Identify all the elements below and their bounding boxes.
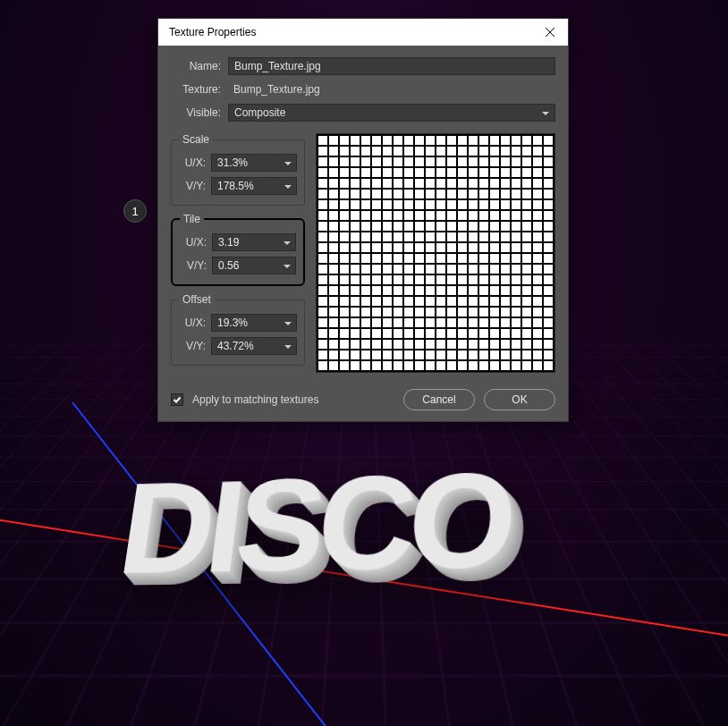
name-label: Name: bbox=[171, 60, 221, 72]
tile-vy-label: V/Y: bbox=[180, 259, 207, 272]
offset-vy-input[interactable]: 43.72% bbox=[211, 337, 297, 355]
visible-label: Visible: bbox=[171, 106, 221, 119]
check-icon bbox=[173, 395, 182, 404]
ok-button[interactable]: OK bbox=[484, 389, 555, 410]
offset-legend: Offset bbox=[179, 293, 215, 306]
visible-select-value: Composite bbox=[234, 106, 285, 119]
close-button[interactable] bbox=[532, 19, 568, 46]
texture-properties-dialog: Texture Properties Name: Texture: Bump_T… bbox=[157, 18, 569, 422]
visible-select[interactable]: Composite bbox=[228, 104, 555, 122]
offset-ux-input[interactable]: 19.3% bbox=[211, 314, 297, 332]
apply-matching-checkbox[interactable] bbox=[171, 393, 183, 406]
callout-badge-1: 1 bbox=[123, 199, 147, 223]
texture-preview bbox=[316, 133, 555, 373]
apply-matching-label: Apply to matching textures bbox=[192, 393, 394, 406]
texture-value: Bump_Texture.jpg bbox=[228, 83, 555, 96]
tile-vy-input[interactable]: 0.56 bbox=[212, 257, 296, 274]
dialog-title: Texture Properties bbox=[169, 26, 532, 38]
name-input[interactable] bbox=[228, 57, 555, 75]
scale-vy-label: V/Y: bbox=[179, 180, 206, 192]
scale-vy-input[interactable]: 178.5% bbox=[211, 177, 297, 195]
scale-ux-label: U/X: bbox=[179, 156, 206, 169]
dialog-titlebar[interactable]: Texture Properties bbox=[158, 19, 568, 46]
offset-group: Offset U/X: 19.3% V/Y: 43.72% bbox=[171, 293, 305, 366]
offset-ux-label: U/X: bbox=[179, 317, 206, 329]
offset-vy-label: V/Y: bbox=[179, 340, 206, 352]
tile-group: Tile U/X: 3.19 V/Y: 0.56 bbox=[171, 213, 305, 286]
tile-legend: Tile bbox=[180, 213, 204, 225]
tile-ux-label: U/X: bbox=[180, 236, 207, 249]
texture-label: Texture: bbox=[171, 83, 221, 96]
text-3d-object[interactable]: DISCO bbox=[110, 443, 513, 604]
scale-group: Scale U/X: 31.3% V/Y: 178.5% bbox=[171, 133, 305, 206]
close-icon bbox=[545, 27, 555, 38]
tile-ux-input[interactable]: 3.19 bbox=[212, 233, 296, 251]
cancel-button[interactable]: Cancel bbox=[403, 389, 475, 410]
scale-legend: Scale bbox=[179, 133, 213, 146]
scale-ux-input[interactable]: 31.3% bbox=[211, 154, 297, 172]
